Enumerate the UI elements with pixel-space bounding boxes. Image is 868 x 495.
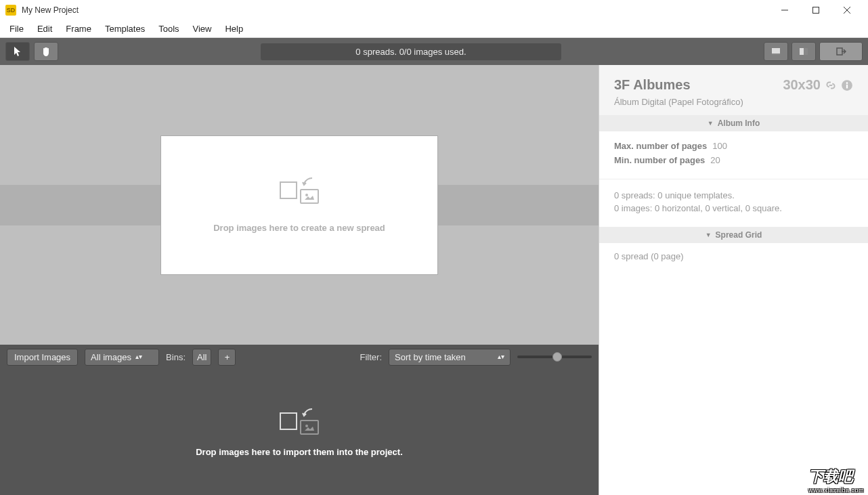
svg-point-10	[305, 425, 308, 427]
frame-icon	[280, 412, 297, 430]
status-text: 0 spreads. 0/0 images used.	[261, 43, 561, 60]
svg-rect-1	[813, 7, 819, 14]
menu-view[interactable]: View	[186, 21, 219, 37]
menubar: File Edit Frame Templates Tools View Hel…	[0, 20, 868, 38]
maximize-button[interactable]	[800, 0, 831, 20]
close-button[interactable]	[831, 0, 863, 20]
menu-tools[interactable]: Tools	[152, 21, 186, 37]
pointer-tool-button[interactable]	[5, 42, 30, 61]
stats-images: 0 images: 0 horizontal, 0 vertical, 0 sq…	[614, 203, 853, 213]
filter-label: Filter:	[360, 352, 383, 362]
collapse-icon: ▼	[708, 120, 714, 127]
album-info-body: Max. number of pages 100 Min. number of …	[599, 131, 868, 179]
bins-label: Bins:	[166, 352, 186, 362]
toolbar: 0 spreads. 0/0 images used.	[0, 38, 868, 65]
frame-icon	[280, 181, 297, 199]
hand-tool-button[interactable]	[34, 42, 58, 61]
stats-spreads: 0 spreads: 0 unique templates.	[614, 190, 853, 200]
link-icon[interactable]	[825, 79, 837, 91]
min-pages-label: Min. number of pages	[614, 155, 705, 165]
album-stats: 0 spreads: 0 unique templates. 0 images:…	[599, 179, 868, 227]
spread-grid-label: Spread Grid	[716, 230, 762, 240]
caret-icon: ▴▾	[135, 353, 142, 360]
svg-point-12	[846, 82, 848, 84]
image-import-dropzone[interactable]: Drop images here to import them into the…	[0, 369, 599, 495]
workspace: Drop images here to create a new spread …	[0, 65, 868, 495]
svg-rect-7	[804, 48, 808, 55]
images-filter-value: All images	[91, 352, 131, 362]
slider-thumb[interactable]	[552, 352, 562, 362]
sort-value: Sort by time taken	[395, 352, 466, 362]
svg-rect-8	[837, 48, 842, 55]
menu-edit[interactable]: Edit	[30, 21, 59, 37]
spread-drop-hint: Drop images here to create a new spread	[213, 223, 385, 233]
menu-templates[interactable]: Templates	[98, 21, 152, 37]
right-panel: 3F Albumes 30x30 Álbum Digital (Papel Fo…	[599, 65, 868, 495]
caret-icon: ▴▾	[498, 353, 504, 360]
product-name: 3F Albumes	[614, 77, 691, 93]
images-filter-select[interactable]: All images ▴▾	[85, 349, 159, 366]
bins-value: All	[197, 352, 207, 362]
titlebar: SD My New Project	[0, 0, 868, 20]
import-drop-hint: Drop images here to import them into the…	[196, 447, 403, 457]
app-icon: SD	[5, 5, 16, 16]
export-icon	[836, 46, 846, 57]
product-subtitle: Álbum Digital (Papel Fotográfico)	[614, 97, 853, 107]
image-placeholder-icon	[300, 189, 319, 204]
canvas-area: Drop images here to create a new spread …	[0, 65, 599, 495]
svg-point-9	[305, 194, 308, 196]
image-placeholder-icon	[300, 420, 319, 435]
view-split-icon	[798, 46, 809, 57]
minimize-button[interactable]	[769, 0, 800, 20]
product-header: 3F Albumes 30x30 Álbum Digital (Papel Fo…	[599, 65, 868, 115]
album-info-label: Album Info	[718, 119, 760, 128]
max-pages-label: Max. number of pages	[614, 141, 707, 151]
window-title: My New Project	[22, 5, 769, 15]
export-button[interactable]	[819, 42, 863, 61]
min-pages-value: 20	[710, 155, 720, 165]
arrow-left-icon	[300, 408, 315, 420]
menu-file[interactable]: File	[3, 21, 30, 37]
menu-frame[interactable]: Frame	[59, 21, 98, 37]
svg-rect-5	[772, 53, 780, 55]
canvas-viewport: Drop images here to create a new spread	[0, 65, 599, 345]
view-single-button[interactable]	[764, 42, 788, 61]
menu-help[interactable]: Help	[218, 21, 250, 37]
album-info-section-header[interactable]: ▼ Album Info	[599, 115, 868, 131]
pointer-icon	[12, 46, 23, 57]
sort-select[interactable]: Sort by time taken ▴▾	[389, 349, 511, 366]
hand-icon	[41, 46, 51, 57]
bins-select[interactable]: All	[192, 349, 211, 366]
grid-summary: 0 spread (0 page)	[614, 251, 853, 261]
window-controls	[769, 0, 863, 20]
import-images-button[interactable]: Import Images	[7, 349, 78, 366]
image-toolbar: Import Images All images ▴▾ Bins: All + …	[0, 345, 599, 369]
info-icon[interactable]	[841, 79, 853, 91]
spread-grid-section-header[interactable]: ▼ Spread Grid	[599, 227, 868, 243]
product-size: 30x30	[783, 77, 821, 93]
svg-rect-13	[846, 84, 848, 88]
spread-grid-body: 0 spread (0 page)	[599, 243, 868, 270]
spread-dropzone[interactable]: Drop images here to create a new spread	[160, 135, 438, 275]
add-bin-button[interactable]: +	[218, 349, 236, 366]
view-split-button[interactable]	[791, 42, 816, 61]
drop-icon-group	[280, 177, 319, 204]
arrow-left-icon	[300, 177, 315, 189]
thumbnail-size-slider[interactable]	[517, 356, 592, 358]
drop-icon-group	[280, 408, 319, 435]
max-pages-value: 100	[712, 141, 727, 151]
view-single-icon	[771, 46, 781, 57]
collapse-icon: ▼	[706, 232, 712, 238]
